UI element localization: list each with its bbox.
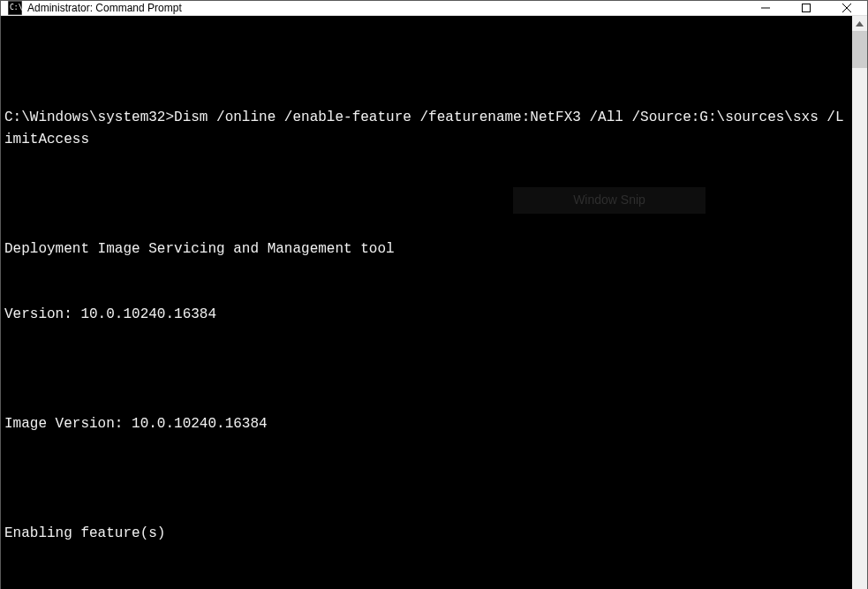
close-button[interactable] xyxy=(826,1,867,15)
scroll-track[interactable] xyxy=(852,31,867,589)
terminal-line: Enabling feature(s) xyxy=(4,523,850,545)
command-prompt-window: C:\ Administrator: Command Prompt C:\Win… xyxy=(0,0,868,589)
scroll-thumb[interactable] xyxy=(852,31,867,68)
svg-rect-3 xyxy=(803,4,811,12)
svg-text:C:\: C:\ xyxy=(10,4,22,11)
terminal-line: C:\Windows\system32>Dism /online /enable… xyxy=(4,107,850,151)
terminal-line: Deployment Image Servicing and Managemen… xyxy=(4,238,850,261)
window-controls xyxy=(745,1,867,15)
window-title: Administrator: Command Prompt xyxy=(27,2,745,14)
terminal-line: Image Version: 10.0.10240.16384 xyxy=(4,413,850,435)
terminal-output[interactable]: C:\Windows\system32>Dism /online /enable… xyxy=(1,16,852,589)
vertical-scrollbar[interactable] xyxy=(852,16,867,589)
scroll-up-arrow-icon[interactable] xyxy=(852,16,867,31)
window-snip-overlay: Window Snip xyxy=(513,187,706,214)
titlebar[interactable]: C:\ Administrator: Command Prompt xyxy=(1,1,867,16)
svg-marker-6 xyxy=(856,21,864,26)
maximize-button[interactable] xyxy=(786,1,826,15)
content-area: C:\Windows\system32>Dism /online /enable… xyxy=(1,16,867,589)
minimize-button[interactable] xyxy=(745,1,786,15)
cmd-icon: C:\ xyxy=(8,1,22,15)
terminal-line: Version: 10.0.10240.16384 xyxy=(4,304,850,326)
